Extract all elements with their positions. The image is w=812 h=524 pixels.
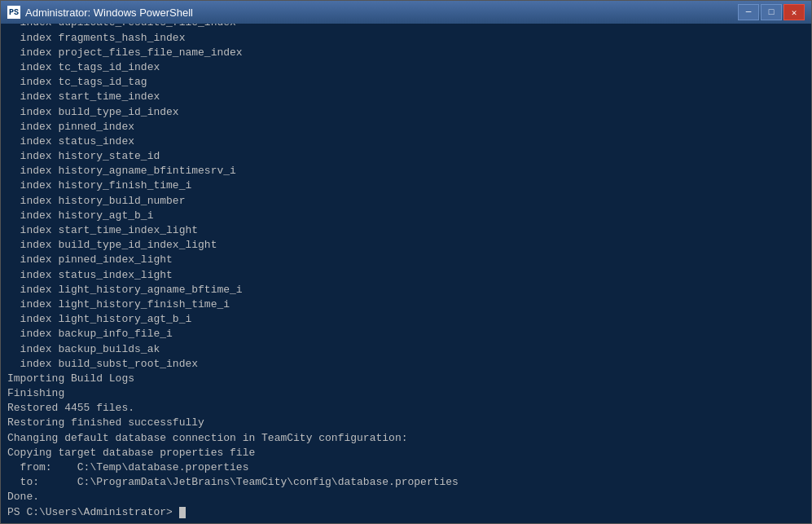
terminal-line: index build_subst_root_index <box>7 357 805 372</box>
terminal-line: index backup_info_file_i <box>7 327 805 341</box>
terminal-line: index light_history_finish_time_i <box>7 297 805 312</box>
terminal-line: index start_time_index_light <box>7 223 805 238</box>
terminal-line: from: C:\Temp\database.properties <box>7 460 805 475</box>
terminal-line: index history_build_number <box>7 194 805 209</box>
terminal-line: Changing default database connection in … <box>7 431 805 446</box>
terminal-line: index fragments_hash_index <box>7 31 805 46</box>
terminal-line: PS C:\Users\Administrator> <box>7 505 805 520</box>
window-title: Administrator: Windows PowerShell <box>25 7 193 19</box>
terminal-output[interactable]: index agent_type_ak index agent_type_poo… <box>1 24 811 523</box>
close-button[interactable]: ✕ <box>783 4 805 20</box>
terminal-line: index duplicate_results_file_index <box>7 24 805 31</box>
terminal-line: index history_finish_time_i <box>7 178 805 193</box>
terminal-line: index start_time_index <box>7 90 805 104</box>
terminal-line: index build_type_id_index_light <box>7 238 805 253</box>
terminal-line: Finishing <box>7 386 805 401</box>
terminal-line: index build_type_id_index <box>7 105 805 120</box>
terminal-line: Importing Build Logs <box>7 372 805 386</box>
titlebar-left: PS Administrator: Windows PowerShell <box>7 6 193 19</box>
terminal-line: index pinned_index_light <box>7 253 805 267</box>
cursor-blink <box>179 507 186 518</box>
terminal-area: index agent_type_ak index agent_type_poo… <box>1 24 811 523</box>
powershell-window: PS Administrator: Windows PowerShell ─ □… <box>0 0 812 524</box>
terminal-line: Restored 4455 files. <box>7 401 805 416</box>
app-icon: PS <box>7 6 20 19</box>
titlebar: PS Administrator: Windows PowerShell ─ □… <box>1 1 811 24</box>
terminal-line: index history_state_id <box>7 149 805 164</box>
terminal-line: index status_index <box>7 134 805 149</box>
terminal-line: index tc_tags_id_index <box>7 60 805 75</box>
terminal-line: index pinned_index <box>7 120 805 134</box>
terminal-line: Copying target database properties file <box>7 446 805 460</box>
terminal-line: index light_history_agname_bftime_i <box>7 283 805 297</box>
maximize-button[interactable]: □ <box>761 4 782 20</box>
minimize-button[interactable]: ─ <box>738 4 759 20</box>
terminal-line: index project_files_file_name_index <box>7 46 805 60</box>
terminal-line: Restoring finished successfully <box>7 416 805 430</box>
window-controls: ─ □ ✕ <box>738 4 805 20</box>
terminal-line: index history_agt_b_i <box>7 209 805 223</box>
terminal-line: index light_history_agt_b_i <box>7 312 805 327</box>
terminal-line: Done. <box>7 490 805 504</box>
terminal-line: index tc_tags_id_tag <box>7 75 805 90</box>
terminal-line: index status_index_light <box>7 268 805 283</box>
terminal-line: index history_agname_bfintimesrv_i <box>7 164 805 178</box>
terminal-line: to: C:\ProgramData\JetBrains\TeamCity\co… <box>7 475 805 490</box>
terminal-line: index backup_builds_ak <box>7 342 805 357</box>
